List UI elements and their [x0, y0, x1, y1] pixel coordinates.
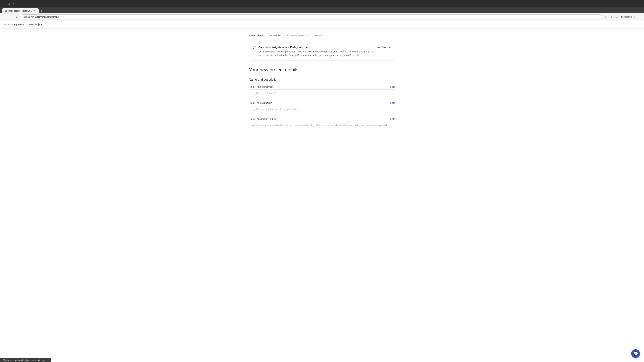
get-free-trial-link[interactable]: Get free trial [377, 46, 391, 49]
address-bar: ← → ↻ ☆ ⇓ ☰ 🕵 Incognito (2) ⋮ [0, 13, 644, 20]
info-icon: i [253, 46, 256, 49]
page-content: ← Back to projects / New Project Project… [0, 20, 644, 362]
top-navigation: ← Back to projects / New Project [0, 20, 644, 28]
chat-icon: 💬 [634, 352, 638, 356]
window-minimize-button[interactable]: – [2, 2, 6, 6]
label-project-description: Project description (public)* [249, 118, 278, 120]
help-link-public-name[interactable]: Help [390, 102, 395, 104]
tab-favicon: H [5, 10, 7, 12]
back-label: Back to projects [8, 23, 24, 26]
back-to-projects-button[interactable]: ← Back to projects [4, 22, 24, 27]
status-bar: Waiting for browser-http-intake.logs.dat… [0, 358, 51, 362]
new-tab-button[interactable]: + [39, 9, 44, 13]
page-title: Your new project details [249, 67, 395, 72]
step-project-details[interactable]: Project details [249, 34, 265, 37]
step-chevron-3: › [310, 34, 312, 37]
browser-chrome: – □ ✕ [0, 0, 644, 7]
main-content: Project details › Scheduling › Screener … [245, 28, 399, 139]
chat-button[interactable]: 💬 [631, 349, 640, 358]
back-navigation-button[interactable]: ← [2, 14, 7, 19]
step-scheduling-label: Scheduling [270, 34, 282, 37]
nav-separator: / [26, 23, 27, 26]
browser-window-controls: – □ ✕ [2, 2, 16, 6]
form-group-description: Project description (public)* Help [249, 118, 395, 129]
bookmark-button[interactable]: ☆ [604, 14, 608, 19]
current-page-label: New Project [29, 23, 42, 26]
reload-button[interactable]: ↻ [14, 14, 19, 19]
stepper: Project details › Scheduling › Screener … [249, 34, 395, 37]
active-tab[interactable]: H Basic details - Hotjar Engage ✕ [2, 8, 39, 13]
tab-bar: H Basic details - Hotjar Engage ✕ + [0, 7, 644, 13]
project-name-internal-input[interactable] [249, 89, 395, 97]
step-chevron-1: › [267, 34, 268, 37]
incognito-button[interactable]: 🕵 Incognito (2) [620, 15, 636, 19]
menu-button[interactable]: ⋮ [637, 14, 642, 19]
status-bar-text: Waiting for browser-http-intake.logs.dat… [3, 359, 49, 361]
label-project-name-public: Project name (public)* [249, 102, 272, 104]
step-project-details-label: Project details [249, 34, 265, 37]
project-name-public-input[interactable] [249, 106, 395, 113]
form-label-row-description: Project description (public)* Help [249, 118, 395, 120]
form-label-row-internal: Project name (internal) Help [249, 85, 395, 88]
label-project-name-internal: Project name (internal) [249, 85, 273, 88]
step-screener-label: Screener questions [287, 34, 308, 37]
tab-title: Basic details - Hotjar Engage [8, 10, 32, 12]
help-link-description[interactable]: Help [390, 118, 395, 120]
step-review-label: Review [314, 34, 322, 37]
window-close-button[interactable]: ✕ [12, 2, 16, 6]
info-banner: i Gain more insights with a 15-day free … [249, 42, 395, 60]
banner-title: Gain more insights with a 15-day free tr… [258, 46, 375, 49]
step-chevron-2: › [284, 34, 285, 37]
tab-close-button[interactable]: ✕ [34, 9, 36, 12]
form-group-internal-name: Project name (internal) Help [249, 85, 395, 97]
step-scheduling[interactable]: Scheduling [270, 34, 282, 37]
back-arrow-icon: ← [4, 23, 7, 26]
browser-right-controls: ☆ ⇓ ☰ 🕵 Incognito (2) ⋮ [604, 14, 642, 19]
step-review[interactable]: Review [314, 34, 322, 37]
form-section-title: Name and description [249, 78, 395, 81]
window-maximize-button[interactable]: □ [7, 2, 11, 6]
incognito-label: Incognito (2) [624, 16, 635, 18]
address-input[interactable] [20, 14, 602, 19]
help-link-internal-name[interactable]: Help [390, 85, 395, 88]
sidebar-button[interactable]: ☰ [614, 14, 619, 19]
form-group-public-name: Project name (public)* Help [249, 102, 395, 113]
form-label-row-public: Project name (public)* Help [249, 102, 395, 104]
download-button[interactable]: ⇓ [609, 14, 614, 19]
forward-navigation-button[interactable]: → [8, 14, 13, 19]
project-description-input[interactable] [249, 122, 395, 129]
step-screener-questions[interactable]: Screener questions [287, 34, 308, 37]
banner-body: Get 3 interviews from our participant po… [258, 50, 375, 57]
incognito-icon: 🕵 [621, 16, 623, 18]
banner-content: Gain more insights with a 15-day free tr… [258, 46, 375, 57]
